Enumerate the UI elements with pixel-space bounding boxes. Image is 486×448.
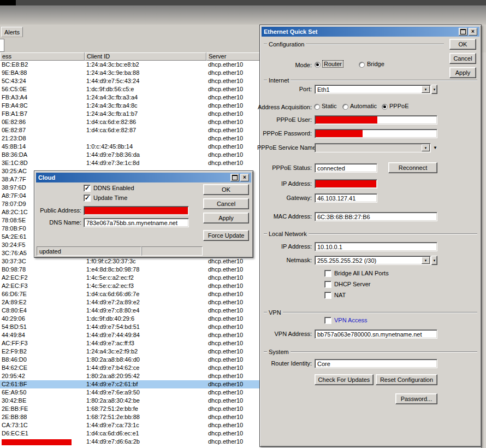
vpn-address-label: VPN Address: (257, 331, 312, 337)
dhcp-server-label[interactable]: DHCP Server (334, 281, 370, 287)
client-id-cell: 1:dc:9f:db:40:29:6 (85, 315, 206, 323)
chevron-down-icon[interactable]: ▼ (433, 145, 437, 150)
cloud-titlebar[interactable]: Cloud × (36, 173, 251, 182)
netmask-dropdown-button[interactable]: ▼ (431, 256, 437, 265)
pppoe-password-field[interactable] (315, 129, 437, 138)
mac-cell: BC:E8:B2 (0, 61, 85, 69)
vpn-access-checkbox[interactable] (324, 317, 331, 324)
netmask-value: 255.255.255.252 (/30) (317, 257, 376, 264)
mode-router-radio[interactable] (315, 62, 321, 68)
gateway-field: 46.103.127.41 (315, 193, 377, 203)
nat-label[interactable]: NAT (334, 292, 346, 298)
address-acquisition-label: Address Acquisition: (257, 104, 312, 110)
mac-cell: 20:95:42 (0, 372, 85, 380)
check-for-updates-button[interactable]: Check For Updates (315, 374, 374, 385)
password-button[interactable]: Password... (395, 393, 437, 404)
maximize-button[interactable] (459, 28, 467, 36)
cloud-status: updated (37, 246, 141, 256)
apply-button[interactable]: Apply (203, 213, 249, 223)
addr-automatic-label[interactable]: Automatic (350, 103, 377, 109)
section-local-network: Local Network (264, 231, 477, 237)
bridge-all-lan-ports-checkbox[interactable] (324, 270, 331, 277)
quickset-title: Ethernet Quick Set (264, 28, 317, 35)
port-value: Eth1 (317, 86, 330, 93)
pppoe-status-field: connected (315, 163, 377, 173)
mac-cell: FB:A3:A4 (0, 93, 85, 102)
client-id-cell: 1:d4:ca:6d:e:82:86 (85, 118, 206, 126)
vpn-access-label[interactable]: VPN Access (334, 317, 368, 323)
mode-router-label[interactable]: Router (323, 61, 343, 67)
lan-ip-address-label: IP Address: (257, 243, 312, 250)
port-dropdown-button[interactable]: ▼ (431, 85, 437, 94)
client-id-cell: 1:68:72:51:2e:bb:fe (85, 405, 206, 413)
addr-pppoe-label[interactable]: PPPoE (389, 103, 408, 109)
column-header-address[interactable]: ess (0, 52, 85, 61)
mac-cell: 2E:BB:FE (0, 405, 85, 413)
addr-automatic-radio[interactable] (342, 104, 348, 110)
client-id-cell: 1:44:d9:e7:6e:a9:50 (85, 388, 206, 397)
check-icon: ✓ (85, 185, 90, 191)
mac-cell: B0:98:78 (0, 266, 85, 274)
client-id-cell: 1:44:d9:e7:d6:6a:2b (85, 438, 206, 446)
client-id-cell: 1:80:2a:a8:20:95:42 (85, 372, 206, 380)
tab-alerts[interactable]: Alerts (1, 27, 23, 37)
mac-cell: 45:8B:14 (0, 143, 85, 151)
vertical-scrollbar[interactable] (481, 52, 486, 448)
mode-bridge-label[interactable]: Bridge (367, 61, 384, 67)
public-address-field (84, 206, 189, 215)
apply-button[interactable]: Apply (449, 67, 476, 78)
pppoe-service-name-combo: ▼ (315, 143, 431, 152)
check-icon: ✓ (85, 194, 90, 201)
pppoe-user-field[interactable] (315, 115, 437, 125)
bridge-all-lan-ports-label[interactable]: Bridge All LAN Ports (334, 270, 389, 276)
port-combo[interactable]: Eth1 ▼ (315, 85, 431, 94)
gateway-label: Gateway: (257, 194, 312, 201)
netmask-combo[interactable]: 255.255.255.252 (/30) ▼ (315, 256, 431, 265)
section-local-network-label: Local Network (269, 231, 307, 237)
client-id-cell: 1:44:d9:e7:54:bd:51 (85, 323, 206, 331)
chevron-down-icon[interactable]: ▼ (422, 86, 430, 93)
nat-checkbox[interactable] (324, 292, 331, 299)
addr-static-radio[interactable] (314, 104, 320, 110)
close-button[interactable]: × (240, 174, 249, 181)
lan-ip-address-field[interactable]: 10.10.0.1 (315, 242, 437, 251)
close-icon: × (243, 175, 246, 180)
pppoe-service-name-label: PPPoE Service Name: (257, 144, 312, 151)
reconnect-button[interactable]: Reconnect (388, 162, 437, 173)
ddns-enabled-checkbox[interactable]: ✓ (84, 185, 91, 192)
ok-button[interactable]: OK (449, 39, 476, 50)
mac-cell: 21:23:D8 (0, 134, 85, 143)
client-id-cell: 1:44:d9:e7:2a:89:e2 (85, 298, 206, 306)
router-identity-field[interactable]: Core (315, 359, 437, 368)
client-id-cell: 1:44:d9:e7:44:49:84 (85, 331, 206, 339)
chevron-down-icon[interactable]: ▼ (422, 257, 430, 264)
section-internet-label: Internet (269, 77, 289, 84)
close-button[interactable]: × (469, 28, 477, 36)
section-configuration-label: Configuration (269, 41, 304, 48)
update-time-checkbox[interactable]: ✓ (84, 194, 91, 202)
dhcp-server-checkbox[interactable] (324, 281, 331, 288)
addr-static-label[interactable]: Static (322, 103, 337, 109)
maximize-button[interactable] (230, 174, 239, 181)
client-id-cell: 1:44:d9:e7:c8:80:e4 (85, 306, 206, 315)
mac-address-field: 6C:3B:6B:BB:27:B6 (315, 212, 437, 221)
client-id-cell: 1:80:2a:a8:30:42:be (85, 397, 206, 405)
reset-configuration-button[interactable]: Reset Configuration (376, 374, 437, 385)
cancel-button[interactable]: Cancel (203, 198, 249, 209)
column-header-client-id[interactable]: Client ID (85, 52, 206, 61)
quickset-titlebar[interactable]: Ethernet Quick Set × (262, 27, 479, 37)
force-update-button[interactable]: Force Update (203, 230, 249, 241)
client-id-cell: 1:44:d9:e7:b4:62:ce (85, 364, 206, 372)
client-id-cell: 1:24:a4:3c:bc:e8:b2 (85, 61, 206, 69)
redacted-value (316, 180, 376, 187)
cancel-button[interactable]: Cancel (449, 53, 476, 64)
mode-bridge-radio[interactable] (359, 62, 365, 68)
mac-cell (0, 438, 85, 446)
ok-button[interactable]: OK (203, 184, 249, 195)
screen: Alerts ess Client ID Server BC:E8:B21:24… (0, 0, 486, 448)
mac-cell: 54:BD:51 (0, 323, 85, 331)
client-id-cell: 1:d4:ca:6d:d6:ec:e1 (85, 429, 206, 438)
maximize-icon (460, 29, 466, 34)
mac-cell: 5C:43:24 (0, 77, 85, 85)
addr-pppoe-radio[interactable] (382, 104, 388, 110)
